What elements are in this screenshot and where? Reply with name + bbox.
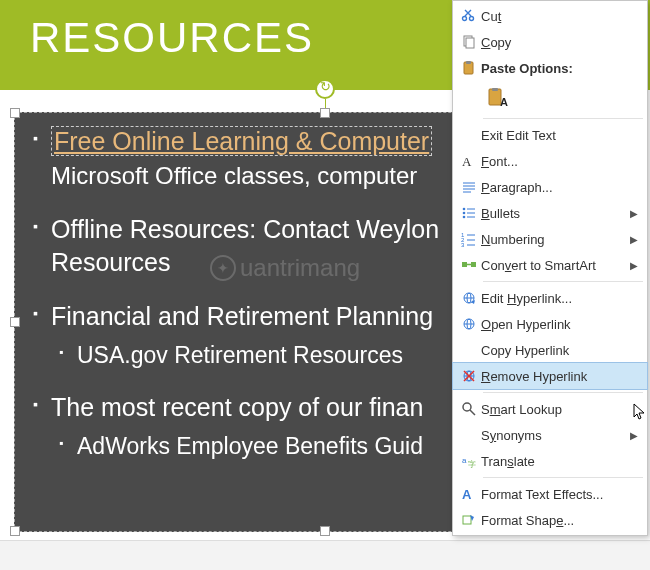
menu-item-copy[interactable]: Copy bbox=[453, 29, 647, 55]
mouse-cursor bbox=[633, 403, 647, 421]
format-shape-icon bbox=[457, 510, 481, 530]
svg-rect-5 bbox=[466, 61, 471, 64]
svg-point-0 bbox=[463, 17, 467, 21]
list-item-text: Resources bbox=[51, 248, 171, 276]
menu-label: Copy Hyperlink bbox=[481, 343, 639, 358]
menu-separator bbox=[483, 281, 643, 282]
svg-rect-26 bbox=[462, 262, 467, 267]
list-item-text: Offline Resources: Contact Weylon bbox=[51, 215, 439, 243]
menu-item-paragraph[interactable]: Paragraph... bbox=[453, 174, 647, 200]
svg-text:3: 3 bbox=[461, 242, 465, 247]
menu-label: Format Text Effects... bbox=[481, 487, 639, 502]
rotate-handle[interactable] bbox=[315, 79, 335, 99]
status-bar bbox=[0, 540, 650, 570]
menu-item-smart-lookup[interactable]: Smart Lookup bbox=[453, 396, 647, 422]
menu-label: Translate bbox=[481, 454, 639, 469]
menu-label: Copy bbox=[481, 35, 639, 50]
menu-item-synonyms[interactable]: Synonyms ▶ bbox=[453, 422, 647, 448]
hyperlink-text[interactable]: Free Online Learning & Computer bbox=[51, 126, 432, 156]
menu-label: Paste Options: bbox=[481, 61, 639, 76]
menu-label: Format Shape... bbox=[481, 513, 639, 528]
scissors-icon bbox=[457, 6, 481, 26]
list-item-text: The most recent copy of our finan bbox=[51, 393, 423, 421]
menu-item-format-text-effects[interactable]: A Format Text Effects... bbox=[453, 481, 647, 507]
menu-separator bbox=[483, 392, 643, 393]
submenu-arrow-icon: ▶ bbox=[629, 208, 639, 219]
menu-item-bullets[interactable]: Bullets ▶ bbox=[453, 200, 647, 226]
search-icon bbox=[457, 399, 481, 419]
menu-label: Open Hyperlink bbox=[481, 317, 639, 332]
svg-text:字: 字 bbox=[468, 460, 476, 469]
menu-item-translate[interactable]: a字 Translate bbox=[453, 448, 647, 474]
menu-item-copy-hyperlink[interactable]: Copy Hyperlink bbox=[453, 337, 647, 363]
menu-label: Numbering bbox=[481, 232, 629, 247]
open-hyperlink-icon bbox=[457, 314, 481, 334]
svg-text:A: A bbox=[500, 96, 508, 108]
svg-rect-7 bbox=[492, 88, 498, 91]
svg-rect-3 bbox=[466, 38, 474, 48]
menu-item-numbering[interactable]: 123 Numbering ▶ bbox=[453, 226, 647, 252]
menu-label: Font... bbox=[481, 154, 639, 169]
svg-rect-44 bbox=[463, 516, 471, 524]
resize-handle[interactable] bbox=[320, 108, 330, 118]
menu-item-edit-hyperlink[interactable]: Edit Hyperlink... bbox=[453, 285, 647, 311]
watermark: ✦ uantrimang bbox=[210, 254, 360, 282]
clipboard-icon bbox=[457, 58, 481, 78]
svg-text:A: A bbox=[462, 487, 472, 502]
resize-handle[interactable] bbox=[10, 108, 20, 118]
menu-label: Remove Hyperlink bbox=[481, 369, 639, 384]
menu-item-cut[interactable]: Cut bbox=[453, 3, 647, 29]
submenu-arrow-icon: ▶ bbox=[629, 260, 639, 271]
svg-point-39 bbox=[463, 403, 471, 411]
svg-point-14 bbox=[463, 208, 466, 211]
submenu-arrow-icon: ▶ bbox=[629, 430, 639, 441]
paste-options-row: A bbox=[453, 81, 647, 115]
svg-rect-27 bbox=[471, 262, 476, 267]
menu-item-format-shape[interactable]: Format Shape... bbox=[453, 507, 647, 533]
text-effects-icon: A bbox=[457, 484, 481, 504]
list-item-subtext: Microsoft Office classes, computer bbox=[51, 162, 417, 189]
menu-label: Smart Lookup bbox=[481, 402, 639, 417]
menu-separator bbox=[483, 118, 643, 119]
remove-hyperlink-icon bbox=[457, 366, 481, 386]
resize-handle[interactable] bbox=[10, 317, 20, 327]
menu-item-open-hyperlink[interactable]: Open Hyperlink bbox=[453, 311, 647, 337]
menu-item-remove-hyperlink[interactable]: Remove Hyperlink bbox=[453, 363, 647, 389]
menu-separator bbox=[483, 477, 643, 478]
menu-label: Bullets bbox=[481, 206, 629, 221]
svg-line-40 bbox=[470, 410, 475, 415]
context-menu: Cut Copy Paste Options: A Exit Edit Text… bbox=[452, 0, 648, 536]
translate-icon: a字 bbox=[457, 451, 481, 471]
menu-heading-paste-options: Paste Options: bbox=[453, 55, 647, 81]
submenu-arrow-icon: ▶ bbox=[629, 234, 639, 245]
bullets-icon bbox=[457, 203, 481, 223]
menu-label: Synonyms bbox=[481, 428, 629, 443]
svg-point-16 bbox=[463, 212, 466, 215]
menu-item-convert-smartart[interactable]: Convert to SmartArt ▶ bbox=[453, 252, 647, 278]
svg-text:a: a bbox=[462, 456, 467, 465]
resize-handle[interactable] bbox=[320, 526, 330, 536]
bulb-icon: ✦ bbox=[210, 255, 236, 281]
svg-point-18 bbox=[463, 216, 466, 219]
copy-icon bbox=[457, 32, 481, 52]
svg-point-1 bbox=[470, 17, 474, 21]
numbering-icon: 123 bbox=[457, 229, 481, 249]
menu-label: Exit Edit Text bbox=[481, 128, 639, 143]
smartart-icon bbox=[457, 255, 481, 275]
menu-label: Cut bbox=[481, 9, 639, 24]
list-item-text: Financial and Retirement Planning bbox=[51, 302, 433, 330]
menu-item-font[interactable]: A Font... bbox=[453, 148, 647, 174]
resize-handle[interactable] bbox=[10, 526, 20, 536]
font-icon: A bbox=[457, 151, 481, 171]
menu-label: Paragraph... bbox=[481, 180, 639, 195]
menu-label: Convert to SmartArt bbox=[481, 258, 629, 273]
svg-text:A: A bbox=[462, 154, 472, 169]
paste-keep-text-only[interactable]: A bbox=[483, 84, 511, 112]
hyperlink-icon bbox=[457, 288, 481, 308]
menu-item-exit-edit-text[interactable]: Exit Edit Text bbox=[453, 122, 647, 148]
menu-label: Edit Hyperlink... bbox=[481, 291, 639, 306]
paragraph-icon bbox=[457, 177, 481, 197]
